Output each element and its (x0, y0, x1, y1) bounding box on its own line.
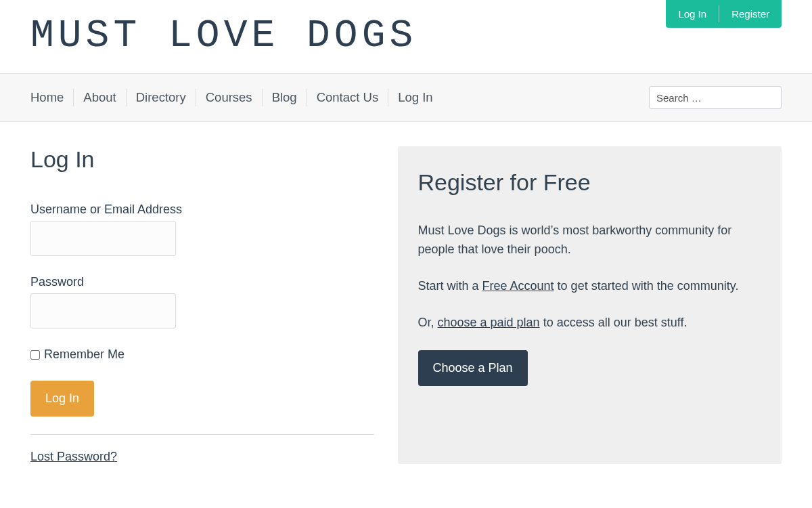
top-register-link[interactable]: Register (719, 0, 782, 28)
nav-separator (196, 89, 196, 106)
login-divider (30, 434, 374, 435)
register-text: to get started with the community. (554, 279, 739, 293)
search-input[interactable] (649, 86, 782, 109)
nav-blog[interactable]: Blog (272, 86, 297, 109)
password-label: Password (30, 275, 374, 289)
nav-separator (262, 89, 263, 106)
nav-directory[interactable]: Directory (136, 86, 186, 109)
register-text: to access all our best stuff. (540, 316, 687, 329)
nav-separator (73, 89, 74, 106)
register-title: Register for Free (418, 169, 762, 196)
nav-home[interactable]: Home (30, 86, 64, 109)
login-submit-button[interactable]: Log In (30, 381, 94, 417)
top-login-link[interactable]: Log In (666, 0, 719, 28)
username-input[interactable] (30, 221, 176, 256)
register-paid-line: Or, choose a paid plan to access all our… (418, 314, 762, 333)
register-text: Start with a (418, 279, 482, 293)
nav-separator (388, 89, 388, 106)
lost-password-link[interactable]: Lost Password? (30, 450, 117, 463)
login-title: Log In (30, 146, 374, 173)
nav-courses[interactable]: Courses (206, 86, 252, 109)
free-account-link[interactable]: Free Account (482, 279, 554, 293)
register-free-line: Start with a Free Account to get started… (418, 277, 762, 296)
password-input[interactable] (30, 293, 176, 329)
nav-contact[interactable]: Contact Us (317, 86, 379, 109)
paid-plan-link[interactable]: choose a paid plan (438, 316, 540, 329)
main-nav: Home About Directory Courses Blog Contac… (0, 73, 812, 122)
register-text: Or, (418, 316, 438, 329)
remember-me[interactable]: Remember Me (30, 347, 374, 362)
nav-about[interactable]: About (83, 86, 116, 109)
nav-separator (307, 89, 307, 106)
top-utility-bar: Log In Register (666, 0, 782, 28)
register-panel: Register for Free Must Love Dogs is worl… (398, 146, 782, 464)
nav-login[interactable]: Log In (398, 86, 432, 109)
nav-separator (126, 89, 127, 106)
remember-checkbox[interactable] (30, 350, 40, 360)
remember-label: Remember Me (44, 347, 125, 362)
choose-plan-button[interactable]: Choose a Plan (418, 350, 528, 386)
username-label: Username or Email Address (30, 203, 374, 217)
register-intro: Must Love Dogs is world’s most barkworth… (418, 221, 762, 259)
main-content: Log In Username or Email Address Passwor… (0, 122, 812, 464)
nav-menu: Home About Directory Courses Blog Contac… (30, 86, 433, 109)
login-panel: Log In Username or Email Address Passwor… (30, 146, 374, 464)
